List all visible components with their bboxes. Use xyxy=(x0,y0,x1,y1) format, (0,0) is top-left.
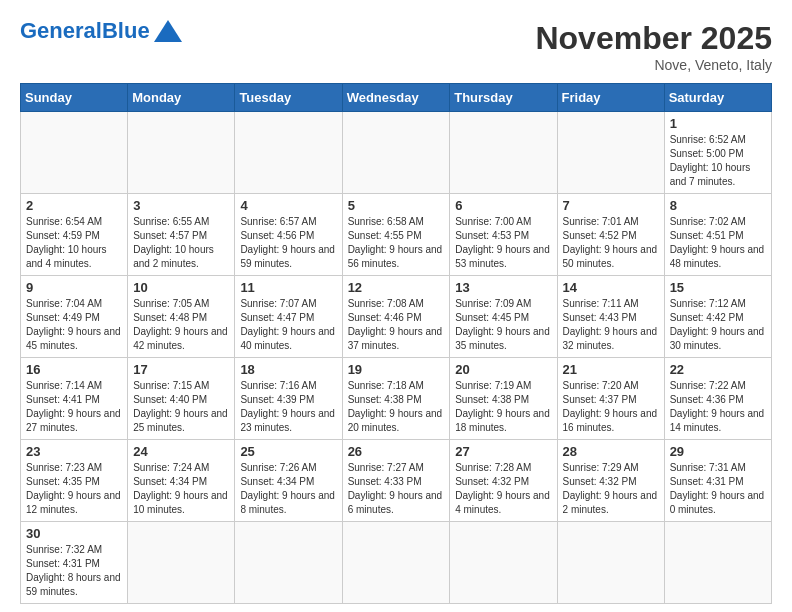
day-number: 15 xyxy=(670,280,766,295)
table-row xyxy=(342,112,450,194)
day-info: Sunrise: 7:04 AM Sunset: 4:49 PM Dayligh… xyxy=(26,297,122,353)
calendar-week-row: 23Sunrise: 7:23 AM Sunset: 4:35 PM Dayli… xyxy=(21,440,772,522)
logo-blue: Blue xyxy=(102,18,150,43)
title-block: November 2025 Nove, Veneto, Italy xyxy=(535,20,772,73)
day-number: 5 xyxy=(348,198,445,213)
table-row xyxy=(128,112,235,194)
table-row: 3Sunrise: 6:55 AM Sunset: 4:57 PM Daylig… xyxy=(128,194,235,276)
day-number: 2 xyxy=(26,198,122,213)
day-number: 30 xyxy=(26,526,122,541)
day-number: 28 xyxy=(563,444,659,459)
calendar-week-row: 30Sunrise: 7:32 AM Sunset: 4:31 PM Dayli… xyxy=(21,522,772,604)
day-info: Sunrise: 7:29 AM Sunset: 4:32 PM Dayligh… xyxy=(563,461,659,517)
day-number: 3 xyxy=(133,198,229,213)
table-row: 2Sunrise: 6:54 AM Sunset: 4:59 PM Daylig… xyxy=(21,194,128,276)
calendar-week-row: 9Sunrise: 7:04 AM Sunset: 4:49 PM Daylig… xyxy=(21,276,772,358)
day-number: 4 xyxy=(240,198,336,213)
day-number: 29 xyxy=(670,444,766,459)
day-info: Sunrise: 7:19 AM Sunset: 4:38 PM Dayligh… xyxy=(455,379,551,435)
table-row: 27Sunrise: 7:28 AM Sunset: 4:32 PM Dayli… xyxy=(450,440,557,522)
table-row: 18Sunrise: 7:16 AM Sunset: 4:39 PM Dayli… xyxy=(235,358,342,440)
table-row: 23Sunrise: 7:23 AM Sunset: 4:35 PM Dayli… xyxy=(21,440,128,522)
month-year: November 2025 xyxy=(535,20,772,57)
header-thursday: Thursday xyxy=(450,84,557,112)
day-info: Sunrise: 7:16 AM Sunset: 4:39 PM Dayligh… xyxy=(240,379,336,435)
table-row: 14Sunrise: 7:11 AM Sunset: 4:43 PM Dayli… xyxy=(557,276,664,358)
table-row: 24Sunrise: 7:24 AM Sunset: 4:34 PM Dayli… xyxy=(128,440,235,522)
day-number: 24 xyxy=(133,444,229,459)
day-info: Sunrise: 7:26 AM Sunset: 4:34 PM Dayligh… xyxy=(240,461,336,517)
table-row: 26Sunrise: 7:27 AM Sunset: 4:33 PM Dayli… xyxy=(342,440,450,522)
day-info: Sunrise: 7:31 AM Sunset: 4:31 PM Dayligh… xyxy=(670,461,766,517)
logo-triangle-icon xyxy=(154,20,182,42)
logo: GeneralBlue xyxy=(20,20,182,42)
table-row: 1Sunrise: 6:52 AM Sunset: 5:00 PM Daylig… xyxy=(664,112,771,194)
table-row: 29Sunrise: 7:31 AM Sunset: 4:31 PM Dayli… xyxy=(664,440,771,522)
table-row: 28Sunrise: 7:29 AM Sunset: 4:32 PM Dayli… xyxy=(557,440,664,522)
table-row: 6Sunrise: 7:00 AM Sunset: 4:53 PM Daylig… xyxy=(450,194,557,276)
day-number: 13 xyxy=(455,280,551,295)
day-number: 19 xyxy=(348,362,445,377)
day-number: 9 xyxy=(26,280,122,295)
table-row xyxy=(557,112,664,194)
table-row xyxy=(342,522,450,604)
day-info: Sunrise: 7:22 AM Sunset: 4:36 PM Dayligh… xyxy=(670,379,766,435)
day-info: Sunrise: 7:28 AM Sunset: 4:32 PM Dayligh… xyxy=(455,461,551,517)
table-row: 11Sunrise: 7:07 AM Sunset: 4:47 PM Dayli… xyxy=(235,276,342,358)
day-info: Sunrise: 7:15 AM Sunset: 4:40 PM Dayligh… xyxy=(133,379,229,435)
day-info: Sunrise: 7:12 AM Sunset: 4:42 PM Dayligh… xyxy=(670,297,766,353)
table-row: 17Sunrise: 7:15 AM Sunset: 4:40 PM Dayli… xyxy=(128,358,235,440)
table-row: 25Sunrise: 7:26 AM Sunset: 4:34 PM Dayli… xyxy=(235,440,342,522)
location: Nove, Veneto, Italy xyxy=(535,57,772,73)
day-number: 16 xyxy=(26,362,122,377)
logo-general: General xyxy=(20,18,102,43)
table-row xyxy=(128,522,235,604)
day-info: Sunrise: 7:07 AM Sunset: 4:47 PM Dayligh… xyxy=(240,297,336,353)
header-wednesday: Wednesday xyxy=(342,84,450,112)
day-info: Sunrise: 7:05 AM Sunset: 4:48 PM Dayligh… xyxy=(133,297,229,353)
day-info: Sunrise: 7:20 AM Sunset: 4:37 PM Dayligh… xyxy=(563,379,659,435)
weekday-header-row: Sunday Monday Tuesday Wednesday Thursday… xyxy=(21,84,772,112)
day-info: Sunrise: 6:58 AM Sunset: 4:55 PM Dayligh… xyxy=(348,215,445,271)
day-info: Sunrise: 6:55 AM Sunset: 4:57 PM Dayligh… xyxy=(133,215,229,271)
calendar-week-row: 16Sunrise: 7:14 AM Sunset: 4:41 PM Dayli… xyxy=(21,358,772,440)
day-number: 18 xyxy=(240,362,336,377)
day-info: Sunrise: 7:23 AM Sunset: 4:35 PM Dayligh… xyxy=(26,461,122,517)
day-number: 21 xyxy=(563,362,659,377)
table-row: 12Sunrise: 7:08 AM Sunset: 4:46 PM Dayli… xyxy=(342,276,450,358)
day-number: 14 xyxy=(563,280,659,295)
page-header: GeneralBlue November 2025 Nove, Veneto, … xyxy=(20,20,772,73)
calendar-table: Sunday Monday Tuesday Wednesday Thursday… xyxy=(20,83,772,604)
header-monday: Monday xyxy=(128,84,235,112)
table-row xyxy=(557,522,664,604)
day-number: 6 xyxy=(455,198,551,213)
logo-text: GeneralBlue xyxy=(20,20,150,42)
day-info: Sunrise: 7:11 AM Sunset: 4:43 PM Dayligh… xyxy=(563,297,659,353)
day-info: Sunrise: 6:52 AM Sunset: 5:00 PM Dayligh… xyxy=(670,133,766,189)
day-number: 7 xyxy=(563,198,659,213)
calendar-week-row: 2Sunrise: 6:54 AM Sunset: 4:59 PM Daylig… xyxy=(21,194,772,276)
table-row: 15Sunrise: 7:12 AM Sunset: 4:42 PM Dayli… xyxy=(664,276,771,358)
table-row xyxy=(450,522,557,604)
header-friday: Friday xyxy=(557,84,664,112)
day-number: 8 xyxy=(670,198,766,213)
day-number: 22 xyxy=(670,362,766,377)
day-number: 10 xyxy=(133,280,229,295)
day-number: 12 xyxy=(348,280,445,295)
table-row xyxy=(21,112,128,194)
day-info: Sunrise: 7:00 AM Sunset: 4:53 PM Dayligh… xyxy=(455,215,551,271)
table-row: 5Sunrise: 6:58 AM Sunset: 4:55 PM Daylig… xyxy=(342,194,450,276)
table-row: 10Sunrise: 7:05 AM Sunset: 4:48 PM Dayli… xyxy=(128,276,235,358)
table-row: 20Sunrise: 7:19 AM Sunset: 4:38 PM Dayli… xyxy=(450,358,557,440)
day-number: 20 xyxy=(455,362,551,377)
day-number: 25 xyxy=(240,444,336,459)
day-info: Sunrise: 7:09 AM Sunset: 4:45 PM Dayligh… xyxy=(455,297,551,353)
day-info: Sunrise: 7:08 AM Sunset: 4:46 PM Dayligh… xyxy=(348,297,445,353)
calendar-week-row: 1Sunrise: 6:52 AM Sunset: 5:00 PM Daylig… xyxy=(21,112,772,194)
day-info: Sunrise: 7:24 AM Sunset: 4:34 PM Dayligh… xyxy=(133,461,229,517)
table-row: 13Sunrise: 7:09 AM Sunset: 4:45 PM Dayli… xyxy=(450,276,557,358)
table-row: 8Sunrise: 7:02 AM Sunset: 4:51 PM Daylig… xyxy=(664,194,771,276)
day-info: Sunrise: 7:18 AM Sunset: 4:38 PM Dayligh… xyxy=(348,379,445,435)
day-info: Sunrise: 7:27 AM Sunset: 4:33 PM Dayligh… xyxy=(348,461,445,517)
table-row: 21Sunrise: 7:20 AM Sunset: 4:37 PM Dayli… xyxy=(557,358,664,440)
